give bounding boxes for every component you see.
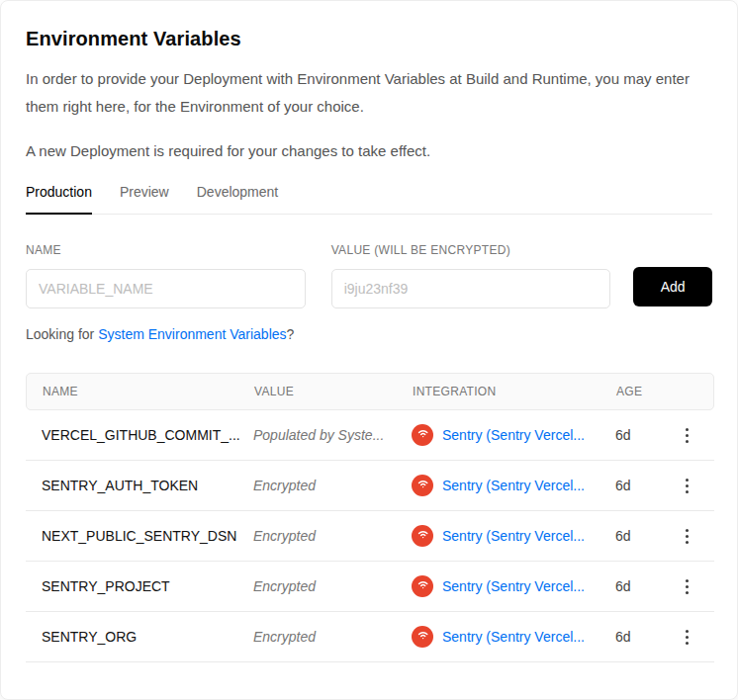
- table-row: SENTRY_PROJECT Encrypted Sentry (Sentry …: [26, 562, 714, 612]
- system-env-link[interactable]: System Environment Variables: [98, 326, 286, 342]
- env-var-name: VERCEL_GITHUB_COMMIT_...: [42, 427, 253, 443]
- env-var-value: Populated by Syste...: [253, 427, 412, 443]
- integration-cell: Sentry (Sentry Vercel...: [412, 475, 615, 496]
- row-menu-button[interactable]: [675, 562, 698, 611]
- env-var-age: 6d: [615, 427, 675, 443]
- env-var-name: NEXT_PUBLIC_SENTRY_DSN: [42, 528, 253, 544]
- add-variable-form: NAME VALUE (WILL BE ENCRYPTED) Add: [26, 243, 712, 308]
- environment-tabs: Production Preview Development: [26, 184, 712, 215]
- column-header-age: AGE: [616, 385, 674, 398]
- integration-link[interactable]: Sentry (Sentry Vercel...: [442, 427, 585, 443]
- sentry-icon: [412, 575, 433, 597]
- row-menu-button[interactable]: [675, 410, 698, 460]
- system-env-prefix: Looking for: [26, 326, 98, 342]
- column-header-integration: INTEGRATION: [413, 385, 616, 398]
- env-var-value: Encrypted: [253, 629, 412, 645]
- variable-value-input[interactable]: [331, 269, 611, 308]
- env-var-name: SENTRY_ORG: [42, 629, 253, 645]
- integration-link[interactable]: Sentry (Sentry Vercel...: [442, 478, 585, 493]
- env-var-age: 6d: [615, 528, 675, 544]
- env-var-age: 6d: [615, 578, 675, 594]
- deployment-note: A new Deployment is required for your ch…: [26, 140, 712, 161]
- tab-preview[interactable]: Preview: [120, 184, 169, 215]
- tab-development[interactable]: Development: [197, 184, 279, 215]
- kebab-menu-icon: [686, 630, 689, 645]
- integration-cell: Sentry (Sentry Vercel...: [412, 626, 615, 648]
- env-var-age: 6d: [615, 629, 675, 645]
- table-row: SENTRY_ORG Encrypted Sentry (Sentry Verc…: [26, 612, 714, 662]
- env-var-value: Encrypted: [253, 528, 412, 544]
- integration-cell: Sentry (Sentry Vercel...: [412, 424, 615, 446]
- table-row: SENTRY_AUTH_TOKEN Encrypted Sentry (Sent…: [26, 461, 714, 511]
- row-menu-button[interactable]: [675, 461, 698, 510]
- env-var-value: Encrypted: [253, 478, 412, 493]
- table-row: VERCEL_GITHUB_COMMIT_... Populated by Sy…: [26, 410, 714, 461]
- kebab-menu-icon: [686, 479, 689, 493]
- page-description: In order to provide your Deployment with…: [26, 65, 712, 121]
- row-menu-button[interactable]: [675, 511, 698, 561]
- system-env-suffix: ?: [287, 326, 295, 342]
- tab-production[interactable]: Production: [26, 184, 92, 215]
- kebab-menu-icon: [686, 428, 689, 443]
- variable-name-input[interactable]: [26, 269, 306, 308]
- env-var-name: SENTRY_AUTH_TOKEN: [42, 478, 253, 493]
- env-var-name: SENTRY_PROJECT: [42, 578, 253, 594]
- integration-cell: Sentry (Sentry Vercel...: [412, 575, 615, 597]
- environment-variables-panel: Environment Variables In order to provid…: [0, 0, 738, 700]
- table-row: NEXT_PUBLIC_SENTRY_DSN Encrypted Sentry …: [26, 511, 714, 562]
- env-var-value: Encrypted: [253, 578, 412, 594]
- sentry-icon: [412, 475, 433, 496]
- env-var-age: 6d: [615, 478, 675, 493]
- integration-link[interactable]: Sentry (Sentry Vercel...: [442, 578, 585, 594]
- column-header-name: NAME: [43, 385, 254, 398]
- add-button[interactable]: Add: [633, 267, 712, 306]
- integration-cell: Sentry (Sentry Vercel...: [412, 525, 615, 547]
- name-field-label: NAME: [26, 243, 306, 257]
- column-header-value: VALUE: [254, 385, 413, 398]
- sentry-icon: [412, 424, 433, 446]
- integration-link[interactable]: Sentry (Sentry Vercel...: [442, 629, 585, 645]
- sentry-icon: [412, 626, 433, 648]
- sentry-icon: [412, 525, 433, 547]
- table-header-row: NAME VALUE INTEGRATION AGE: [26, 373, 714, 410]
- value-field-label: VALUE (WILL BE ENCRYPTED): [331, 243, 611, 257]
- kebab-menu-icon: [686, 579, 689, 594]
- kebab-menu-icon: [686, 529, 689, 544]
- integration-link[interactable]: Sentry (Sentry Vercel...: [442, 528, 585, 544]
- table-body: VERCEL_GITHUB_COMMIT_... Populated by Sy…: [26, 410, 714, 662]
- page-title: Environment Variables: [26, 28, 712, 50]
- system-env-line: Looking for System Environment Variables…: [26, 326, 712, 342]
- env-variables-table: NAME VALUE INTEGRATION AGE VERCEL_GITHUB…: [26, 373, 714, 662]
- row-menu-button[interactable]: [675, 612, 698, 661]
